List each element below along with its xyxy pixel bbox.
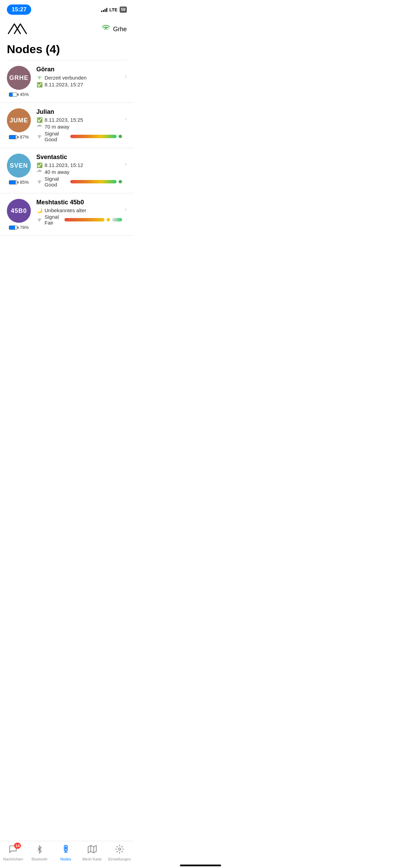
detail-row-1-45b0: 🌙 Unbekanntes alter — [36, 207, 122, 213]
svg-rect-8 — [38, 170, 39, 172]
battery-percent: 59 — [121, 7, 125, 12]
avatar-container-sven: SVEN 85% — [7, 154, 31, 185]
avatar-initials-grhe: GRHE — [9, 74, 28, 82]
svg-rect-10 — [40, 170, 41, 172]
node-item-sven[interactable]: SVEN 85% Sventastic ✅ 8.11.2023, 15: — [0, 148, 134, 193]
app-logo — [7, 20, 31, 38]
battery-jume: 87% — [9, 134, 29, 140]
nodes-list: GRHE 45% Göran — [0, 60, 134, 236]
signal-row-sven: Signal Good — [36, 176, 122, 188]
datetime-grhe: 8.11.2023, 15:27 — [45, 82, 83, 87]
signal-row-45b0: Signal Fair — [36, 214, 122, 226]
avatar-initials-sven: SVEN — [10, 162, 28, 169]
lte-label: LTE — [109, 7, 118, 12]
avatar-container-grhe: GRHE 45% — [7, 66, 31, 97]
node-item-45b0[interactable]: 45B0 78% Meshtastic 45b0 🌙 Unbekann — [0, 193, 134, 236]
node-info-sven: Sventastic ✅ 8.11.2023, 15:12 40 m — [36, 154, 122, 188]
chevron-jume: › — [125, 115, 127, 122]
battery-45b0: 78% — [9, 225, 29, 230]
node-name-sven: Sventastic — [36, 154, 122, 161]
signal-label-sven: Signal Good — [45, 176, 68, 188]
signal-label-jume: Signal Good — [45, 131, 68, 142]
distance-sven: 40 m away — [45, 169, 70, 175]
svg-rect-5 — [40, 125, 41, 127]
battery-icon-grhe — [9, 93, 19, 97]
avatar-initials-jume: JUME — [10, 117, 28, 124]
svg-rect-2 — [37, 126, 38, 127]
detail-row-1-grhe: Derzeit verbunden — [36, 74, 122, 81]
distance-jume: 70 m away — [45, 124, 70, 130]
avatar-initials-45b0: 45B0 — [11, 207, 27, 215]
signal-bars-icon — [101, 7, 107, 12]
datetime-jume: 8.11.2023, 15:25 — [45, 117, 83, 123]
header-username: Grhe — [113, 26, 127, 33]
node-name-45b0: Meshtastic 45b0 — [36, 199, 122, 206]
moon-icon-45b0: 🌙 — [36, 208, 42, 213]
signal-bar-jume — [70, 135, 117, 138]
battery-text-jume: 87% — [20, 134, 29, 140]
avatar-sven: SVEN — [7, 154, 31, 178]
check-icon-sven: ✅ — [36, 162, 42, 168]
signal-icon-sven — [36, 179, 42, 185]
avatar-container-45b0: 45B0 78% — [7, 199, 31, 230]
detail-row-2-sven: 40 m away — [36, 169, 122, 175]
signal-icon-45b0 — [36, 217, 42, 223]
status-right: LTE 59 — [101, 7, 127, 13]
app-header: Grhe — [0, 17, 134, 40]
check-icon-jume: ✅ — [36, 117, 42, 123]
avatar-45b0: 45B0 — [7, 199, 31, 223]
battery-icon-45b0 — [9, 226, 19, 230]
node-name-grhe: Göran — [36, 66, 122, 73]
battery-icon-jume — [9, 135, 19, 139]
detail-row-1-jume: ✅ 8.11.2023, 15:25 — [36, 117, 122, 123]
signal-row-jume: Signal Good — [36, 131, 122, 142]
battery-grhe: 45% — [9, 92, 29, 97]
wifi-icon-grhe — [36, 74, 42, 81]
signal-bar-sven — [70, 180, 117, 183]
svg-point-12 — [39, 220, 40, 221]
node-info-jume: Julian ✅ 8.11.2023, 15:25 70 m away — [36, 108, 122, 142]
node-item-grhe[interactable]: GRHE 45% Göran — [0, 60, 134, 103]
svg-rect-4 — [39, 124, 40, 127]
detail-row-1-sven: ✅ 8.11.2023, 15:12 — [36, 162, 122, 168]
signal-dot-sven — [119, 180, 122, 183]
battery-text-sven: 85% — [20, 180, 29, 185]
signal-dot-45b0 — [107, 218, 110, 221]
age-text-45b0: Unbekanntes alter — [45, 207, 86, 213]
node-info-45b0: Meshtastic 45b0 🌙 Unbekanntes alter Sign… — [36, 199, 122, 226]
svg-point-11 — [39, 182, 40, 183]
status-bar: 15:27 LTE 59 — [0, 0, 134, 17]
status-time: 15:27 — [7, 4, 31, 15]
datetime-sven: 8.11.2023, 15:12 — [45, 162, 83, 168]
signal-bar-45b0 — [64, 218, 105, 221]
svg-rect-7 — [37, 171, 38, 172]
distance-icon-jume — [36, 123, 42, 130]
chevron-45b0: › — [125, 206, 127, 213]
detail-row-2-grhe: ✅ 8.11.2023, 15:27 — [36, 82, 122, 87]
avatar-grhe: GRHE — [7, 66, 31, 90]
battery-indicator: 59 — [120, 7, 127, 13]
signal-icon-jume — [36, 133, 42, 140]
avatar-container-jume: JUME 87% — [7, 108, 31, 140]
svg-point-1 — [39, 78, 40, 79]
distance-icon-sven — [36, 169, 42, 175]
svg-rect-3 — [38, 125, 39, 127]
svg-point-6 — [39, 137, 40, 138]
battery-text-grhe: 45% — [20, 92, 29, 97]
check-icon-grhe: ✅ — [36, 82, 42, 87]
node-info-grhe: Göran Derzeit verbunden ✅ 8.11.2023, 15:… — [36, 66, 122, 88]
header-right: Grhe — [101, 24, 127, 35]
page-title: Nodes (4) — [0, 40, 134, 60]
signal-label-45b0: Signal Fair — [45, 214, 62, 226]
detail-row-2-jume: 70 m away — [36, 123, 122, 130]
svg-rect-9 — [39, 170, 40, 172]
battery-sven: 85% — [9, 180, 29, 185]
chevron-grhe: › — [125, 73, 127, 80]
battery-text-45b0: 78% — [20, 225, 29, 230]
node-item-jume[interactable]: JUME 87% Julian ✅ 8.11.2023, 15:25 — [0, 103, 134, 148]
avatar-jume: JUME — [7, 108, 31, 132]
signal-dot-jume — [119, 135, 122, 138]
status-text-grhe: Derzeit verbunden — [45, 75, 87, 81]
connection-icon — [101, 24, 110, 35]
node-name-jume: Julian — [36, 108, 122, 116]
